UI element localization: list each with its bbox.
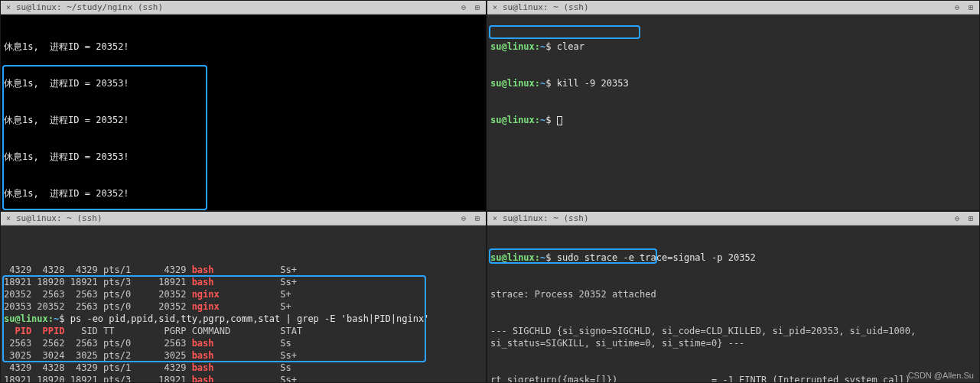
terminal-output-br[interactable]: su@linux:~$ sudo strace -e trace=signal … [487,226,979,382]
table-row: 20352 2563 2563 pts/0 20352 nginx S+ [4,288,483,300]
output-line: strace: Process 20352 attached [490,288,976,300]
prompt-line: su@linux:~$ kill -9 20353 [490,77,976,89]
cursor-icon [557,116,562,125]
table-row: 2563 2562 2563 pts/0 2563 bash Ss [4,337,483,349]
table-header: PID PPID SID TT PGRP COMMAND STAT [4,325,483,337]
output-line: 休息1s, 进程ID = 20353! [4,77,483,89]
window-title: su@linux: ~/study/nginx (ssh) [16,2,163,12]
maximize-icon[interactable]: ⊞ [472,2,483,13]
titlebar-tl: × su@linux: ~/study/nginx (ssh) ⊖ ⊞ [1,1,486,15]
pane-bottom-right: × su@linux: ~ (ssh) ⊖ ⊞ su@linux:~$ sudo… [487,211,980,383]
close-icon[interactable]: × [4,214,13,223]
prompt-line: su@linux:~$ clear [490,41,976,53]
terminal-output-tl[interactable]: 休息1s, 进程ID = 20352! 休息1s, 进程ID = 20353! … [1,15,486,210]
highlight-box [489,25,640,39]
close-icon[interactable]: × [490,214,500,223]
maximize-icon[interactable]: ⊞ [965,213,976,224]
output-line: 休息1s, 进程ID = 20353! [4,151,483,163]
terminal-output-tr[interactable]: su@linux:~$ clear su@linux:~$ kill -9 20… [487,15,979,210]
minimize-icon[interactable]: ⊖ [952,2,962,13]
terminal-output-bl[interactable]: 4329 4328 4329 pts/1 4329 bash Ss+18921 … [1,226,486,382]
minimize-icon[interactable]: ⊖ [952,213,962,224]
command-text: sudo strace -e trace=signal -p 20352 [557,252,756,263]
output-line: 休息1s, 进程ID = 20352! [4,187,483,200]
prompt-host: linux [507,41,535,52]
window-title: su@linux: ~ (ssh) [503,2,589,12]
pane-top-left: × su@linux: ~/study/nginx (ssh) ⊖ ⊞ 休息1s… [0,0,487,211]
table-row: 4329 4328 4329 pts/1 4329 bash Ss+ [4,264,483,276]
table-row: 18921 18920 18921 pts/3 18921 bash Ss+ [4,374,483,382]
prompt-line: su@linux:~$ ps -eo pid,ppid,sid,tty,pgrp… [4,313,483,325]
minimize-icon[interactable]: ⊖ [458,2,469,13]
watermark-text: CSDN @Allen.Su [908,371,974,380]
titlebar-br: × su@linux: ~ (ssh) ⊖ ⊞ [487,212,979,226]
maximize-icon[interactable]: ⊞ [472,213,483,224]
output-line: rt_sigreturn({mask=[]}) = -1 EINTR (Inte… [490,374,976,382]
pane-bottom-left: × su@linux: ~ (ssh) ⊖ ⊞ 4329 4328 4329 p… [0,211,487,383]
window-title: su@linux: ~ (ssh) [503,213,589,223]
prompt-user: su [490,41,501,52]
command-text: clear [557,41,584,52]
titlebar-tr: × su@linux: ~ (ssh) ⊖ ⊞ [487,1,979,15]
maximize-icon[interactable]: ⊞ [965,2,976,13]
command-text: kill -9 20353 [557,78,629,89]
close-icon[interactable]: × [490,3,500,12]
close-icon[interactable]: × [4,3,13,12]
terminal-grid: × su@linux: ~/study/nginx (ssh) ⊖ ⊞ 休息1s… [0,0,980,383]
prompt-line: su@linux:~$ [490,114,976,126]
table-row: 20353 20352 2563 pts/0 20352 nginx S+ [4,300,483,313]
output-line: 休息1s, 进程ID = 20352! [4,114,483,126]
titlebar-bl: × su@linux: ~ (ssh) ⊖ ⊞ [1,212,486,226]
window-title: su@linux: ~ (ssh) [16,213,103,223]
pane-top-right: × su@linux: ~ (ssh) ⊖ ⊞ su@linux:~$ clea… [487,0,980,211]
prompt-line: su@linux:~$ sudo strace -e trace=signal … [490,252,976,264]
table-row: 3025 3024 3025 pts/2 3025 bash Ss+ [4,349,483,362]
minimize-icon[interactable]: ⊖ [458,213,469,224]
table-row: 18921 18920 18921 pts/3 18921 bash Ss+ [4,276,483,288]
output-line: --- SIGCHLD {si_signo=SIGCHLD, si_code=C… [490,325,976,349]
output-line: 休息1s, 进程ID = 20352! [4,41,483,53]
table-row: 4329 4328 4329 pts/1 4329 bash Ss [4,362,483,374]
